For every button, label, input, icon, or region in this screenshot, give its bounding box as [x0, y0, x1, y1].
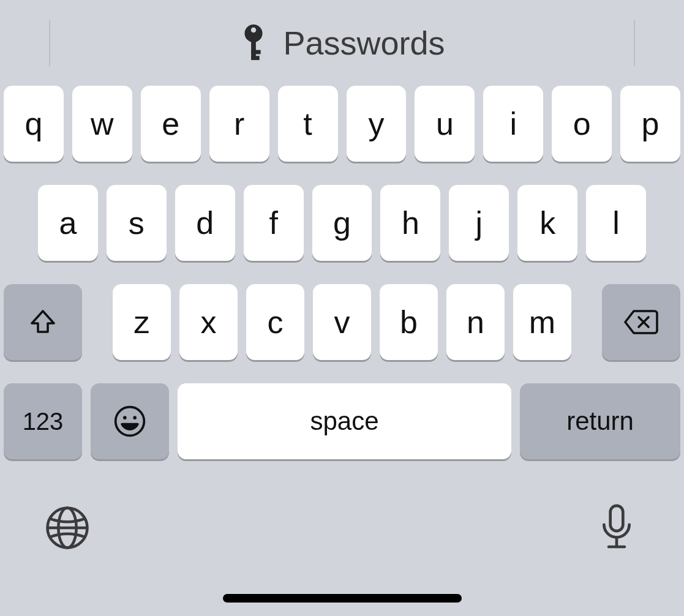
row3-letters: z x c v b n m: [113, 284, 571, 360]
svg-point-9: [133, 416, 137, 419]
svg-point-0: [245, 24, 263, 42]
autofill-suggestion-bar: Passwords: [0, 0, 684, 86]
emoji-key[interactable]: [91, 383, 169, 459]
key-r[interactable]: r: [209, 86, 269, 162]
key-y[interactable]: y: [347, 86, 407, 162]
microphone-icon[interactable]: [592, 503, 641, 552]
key-u[interactable]: u: [415, 86, 475, 162]
key-p[interactable]: p: [620, 86, 680, 162]
passwords-label: Passwords: [283, 24, 445, 62]
home-indicator[interactable]: [223, 594, 462, 603]
key-c[interactable]: c: [246, 284, 304, 360]
key-k[interactable]: k: [517, 185, 577, 261]
svg-rect-3: [252, 50, 261, 54]
key-a[interactable]: a: [38, 185, 98, 261]
divider: [49, 20, 50, 66]
key-q[interactable]: q: [4, 86, 64, 162]
key-e[interactable]: e: [141, 86, 201, 162]
svg-rect-13: [611, 506, 623, 531]
passwords-autofill-button[interactable]: Passwords: [239, 24, 445, 62]
key-row-1: q w e r t y u i o p: [4, 86, 680, 162]
globe-icon[interactable]: [43, 503, 92, 552]
numbers-key[interactable]: 123: [4, 383, 82, 459]
key-f[interactable]: f: [244, 185, 304, 261]
key-j[interactable]: j: [449, 185, 509, 261]
key-n[interactable]: n: [446, 284, 505, 360]
key-x[interactable]: x: [179, 284, 238, 360]
key-h[interactable]: h: [380, 185, 440, 261]
return-key[interactable]: return: [520, 383, 680, 459]
space-key[interactable]: space: [178, 383, 511, 459]
svg-point-8: [123, 416, 127, 419]
key-o[interactable]: o: [552, 86, 612, 162]
backspace-key[interactable]: [602, 284, 680, 360]
key-l[interactable]: l: [586, 185, 646, 261]
svg-point-7: [116, 407, 145, 436]
key-w[interactable]: w: [72, 86, 132, 162]
key-z[interactable]: z: [113, 284, 171, 360]
key-row-4: 123 space return: [4, 383, 680, 459]
keyboard: q w e r t y u i o p a s d f g h j k l z …: [0, 86, 684, 459]
shift-key[interactable]: [4, 284, 82, 360]
key-v[interactable]: v: [313, 284, 371, 360]
key-b[interactable]: b: [380, 284, 438, 360]
key-s[interactable]: s: [107, 185, 167, 261]
key-d[interactable]: d: [175, 185, 235, 261]
key-row-3: z x c v b n m: [4, 284, 680, 360]
key-icon: [239, 24, 268, 62]
key-m[interactable]: m: [513, 284, 571, 360]
svg-rect-4: [252, 56, 260, 60]
bottom-bar: [0, 459, 684, 569]
svg-point-1: [251, 28, 257, 33]
divider: [634, 20, 635, 66]
key-row-2: a s d f g h j k l: [4, 185, 680, 261]
key-i[interactable]: i: [483, 86, 543, 162]
key-g[interactable]: g: [312, 185, 372, 261]
key-t[interactable]: t: [278, 86, 338, 162]
